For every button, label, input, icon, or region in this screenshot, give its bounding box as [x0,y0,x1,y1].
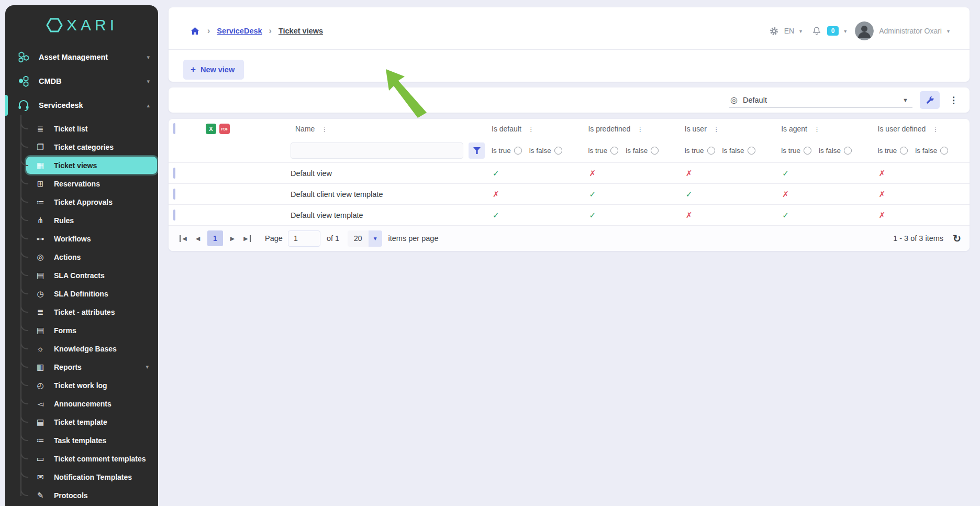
column-menu-icon[interactable]: ⋮ [321,125,328,133]
language-selector[interactable]: EN [784,27,794,35]
chevron-up-icon: ▴ [147,102,150,109]
column-header-is-default[interactable]: Is default⋮ [487,125,583,133]
sidebar-item-cmdb[interactable]: CMDB ▾ [5,69,158,93]
sidebar-item-label: Ticket - attributes [54,308,157,316]
sidebar: XARI Asset Management ▾ [5,5,158,506]
next-page-button[interactable]: ▶ [225,231,240,246]
app-logo: XARI [5,5,158,45]
pdf-export-icon[interactable]: PDF [219,124,230,134]
grid-header-row: X PDF Name ⋮ Is default⋮Is predefined⋮Is… [169,119,970,139]
last-page-button[interactable]: ▶ [240,231,254,246]
copy-icon: ❐ [34,142,47,152]
column-menu-icon[interactable]: ⋮ [814,125,820,133]
bool-filter-is-user: is trueis false [680,147,776,155]
is-false-radio[interactable] [554,147,562,155]
sidebar-item-label: Ticket template [54,418,157,426]
user-menu-caret-icon[interactable]: ▾ [947,28,950,34]
cross-icon: ✗ [680,169,693,178]
ticket-views-grid: X PDF Name ⋮ Is default⋮Is predefined⋮Is… [169,119,970,251]
column-header-name[interactable]: Name ⋮ [291,125,487,133]
header-card: › ServiceDesk › Ticket views EN ▾ [169,7,970,82]
column-header-is-user[interactable]: Is user⋮ [680,125,776,133]
table-row[interactable]: Default view✓✗✗✓✗ [169,163,970,184]
refresh-button[interactable]: ↻ [953,233,961,245]
select-all-checkbox[interactable] [173,123,175,134]
funnel-icon [473,147,481,154]
is-true-radio[interactable] [610,147,618,155]
sidebar-item-asset-management[interactable]: Asset Management ▾ [5,45,158,69]
protocol-icon: ✎ [34,491,47,500]
headset-icon [17,99,30,112]
user-name[interactable]: Administrator Oxari [879,27,942,35]
table-row[interactable]: Default client view template✗✓✓✗✗ [169,184,970,205]
cmdb-nodes-icon [17,75,30,87]
name-filter-button[interactable] [469,142,485,159]
view-settings-button[interactable] [920,91,940,109]
column-menu-icon[interactable]: ⋮ [932,125,939,133]
row-name: Default view template [291,211,363,219]
is-false-radio[interactable] [844,147,852,155]
column-header-is-user-defined[interactable]: Is user defined⋮ [873,125,970,133]
is-true-radio[interactable] [900,147,908,155]
excel-export-icon[interactable]: X [206,124,216,134]
user-clock-icon: ◴ [34,381,47,390]
column-menu-icon[interactable]: ⋮ [528,125,534,133]
column-header-is-predefined[interactable]: Is predefined⋮ [583,125,680,133]
previous-page-button[interactable]: ◀ [191,231,205,246]
language-caret-icon[interactable]: ▾ [799,28,802,34]
check-icon: ✓ [487,169,499,178]
page-size-dropdown[interactable]: 20 ▼ [348,230,382,247]
new-view-button[interactable]: + New view [183,60,244,80]
logo-text: XARI [66,16,118,34]
logo-hexagon-icon [46,16,63,34]
view-selector-value: Default [743,96,903,104]
cross-icon: ✗ [776,190,789,199]
is-true-radio[interactable] [707,147,715,155]
is-false-radio[interactable] [748,147,755,155]
is-true-radio[interactable] [514,147,522,155]
pagination-bar: ◀ ◀ 1 ▶ ▶ Page of 1 20 ▼ items per page … [169,226,970,251]
list-icon: ≣ [34,307,47,317]
sidebar-item-servicedesk[interactable]: Servicedesk ▴ [5,93,158,117]
sidebar-item-label: Servicedesk [39,101,147,109]
notifications-bell-icon[interactable] [811,26,822,36]
calendar-icon: ⊞ [34,179,47,189]
column-label: Is predefined [588,125,630,133]
share-icon: ⋔ [34,216,47,225]
sidebar-item-protocols[interactable]: ✎Protocols [5,486,158,504]
row-checkbox[interactable] [173,168,175,179]
column-menu-icon[interactable]: ⋮ [713,125,720,133]
page-1-button[interactable]: 1 [207,230,223,246]
column-label: Is user [685,125,707,133]
grid-toolbar-card: ◎ Default ▼ ⋮ [169,87,970,113]
checklist-icon: ≔ [34,197,47,207]
breadcrumb-servicedesk-link[interactable]: ServiceDesk [217,27,262,35]
chart-icon: ▥ [34,362,47,372]
is-true-radio[interactable] [804,147,811,155]
cross-icon: ✗ [583,169,596,178]
column-header-is-agent[interactable]: Is agent⋮ [776,125,873,133]
view-selector-dropdown[interactable]: ◎ Default ▼ [729,92,912,108]
table-icon: ▦ [34,161,47,170]
user-avatar[interactable] [855,21,874,40]
column-menu-icon[interactable]: ⋮ [637,125,643,133]
home-icon[interactable] [190,26,201,37]
is-false-label: is false [626,147,648,155]
is-false-radio[interactable] [940,147,948,155]
sidebar-item-label: Forms [54,326,157,335]
is-false-radio[interactable] [651,147,659,155]
page-number-input[interactable] [288,230,320,247]
toolbar-kebab-menu[interactable]: ⋮ [945,93,962,108]
is-false-label: is false [819,147,841,155]
settings-gear-icon[interactable] [769,26,779,36]
first-page-button[interactable]: ◀ [176,231,191,246]
page-size-caret-icon: ▼ [369,230,382,247]
notifications-caret-icon[interactable]: ▾ [844,28,847,34]
chevron-down-icon: ▾ [147,78,150,85]
column-label: Is agent [781,125,807,133]
name-filter-input[interactable] [291,142,463,159]
is-false-label: is false [722,147,744,155]
row-checkbox[interactable] [173,189,175,200]
table-row[interactable]: Default view template✓✓✗✓✗ [169,205,970,226]
row-checkbox[interactable] [173,210,175,221]
